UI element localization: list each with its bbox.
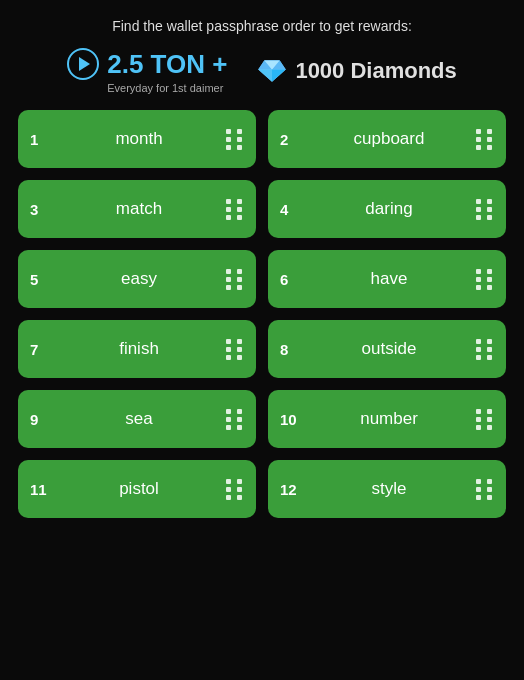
word-label-10: number	[302, 409, 476, 429]
drag-dot	[476, 347, 481, 352]
drag-dot	[487, 347, 492, 352]
drag-dot	[476, 285, 481, 290]
word-label-2: cupboard	[302, 129, 476, 149]
drag-dot	[476, 417, 481, 422]
drag-dot	[226, 425, 231, 430]
word-number-7: 7	[30, 341, 52, 358]
drag-dot	[237, 487, 242, 492]
drag-dot	[237, 215, 242, 220]
word-number-3: 3	[30, 201, 52, 218]
drag-dot	[226, 199, 231, 204]
drag-dot	[237, 137, 242, 142]
drag-dot	[226, 409, 231, 414]
drag-dot	[487, 417, 492, 422]
drag-dot	[476, 269, 481, 274]
drag-dot	[476, 339, 481, 344]
words-grid: 1month2cupboard3match4daring5easy6have7f…	[0, 98, 524, 530]
drag-handle-4[interactable]	[476, 199, 494, 220]
word-card-6[interactable]: 6have	[268, 250, 506, 308]
drag-handle-9[interactable]	[226, 409, 244, 430]
word-label-9: sea	[52, 409, 226, 429]
diamond-section: 1000 Diamonds	[257, 56, 456, 86]
play-triangle-icon	[79, 57, 90, 71]
drag-dot	[226, 215, 231, 220]
word-label-3: match	[52, 199, 226, 219]
word-label-8: outside	[302, 339, 476, 359]
ton-subtitle: Everyday for 1st daimer	[107, 82, 223, 94]
drag-dot	[226, 277, 231, 282]
drag-dot	[487, 425, 492, 430]
word-card-2[interactable]: 2cupboard	[268, 110, 506, 168]
drag-dot	[487, 339, 492, 344]
drag-dot	[226, 145, 231, 150]
drag-dot	[237, 409, 242, 414]
drag-handle-2[interactable]	[476, 129, 494, 150]
diamond-icon	[257, 56, 287, 86]
drag-dot	[226, 137, 231, 142]
word-card-9[interactable]: 9sea	[18, 390, 256, 448]
drag-dot	[226, 285, 231, 290]
word-card-8[interactable]: 8outside	[268, 320, 506, 378]
drag-handle-3[interactable]	[226, 199, 244, 220]
drag-dot	[237, 425, 242, 430]
word-card-12[interactable]: 12style	[268, 460, 506, 518]
drag-dot	[476, 425, 481, 430]
word-label-4: daring	[302, 199, 476, 219]
drag-dot	[226, 495, 231, 500]
drag-handle-6[interactable]	[476, 269, 494, 290]
drag-dot	[476, 277, 481, 282]
drag-dot	[487, 199, 492, 204]
drag-dot	[237, 339, 242, 344]
word-card-5[interactable]: 5easy	[18, 250, 256, 308]
drag-dot	[476, 145, 481, 150]
drag-dot	[237, 347, 242, 352]
drag-dot	[237, 479, 242, 484]
word-label-1: month	[52, 129, 226, 149]
rewards-row: 2.5 TON + Everyday for 1st daimer 1000 D…	[67, 48, 457, 94]
word-label-11: pistol	[52, 479, 226, 499]
drag-dot	[476, 487, 481, 492]
drag-dot	[476, 137, 481, 142]
drag-dot	[476, 355, 481, 360]
drag-dot	[237, 207, 242, 212]
word-number-9: 9	[30, 411, 52, 428]
drag-dot	[226, 479, 231, 484]
drag-dot	[487, 269, 492, 274]
drag-dot	[237, 269, 242, 274]
word-number-6: 6	[280, 271, 302, 288]
drag-dot	[476, 207, 481, 212]
drag-dot	[226, 355, 231, 360]
drag-dot	[226, 269, 231, 274]
drag-dot	[226, 339, 231, 344]
drag-dot	[476, 479, 481, 484]
word-card-10[interactable]: 10number	[268, 390, 506, 448]
drag-dot	[487, 285, 492, 290]
drag-dot	[237, 199, 242, 204]
drag-dot	[237, 355, 242, 360]
drag-handle-12[interactable]	[476, 479, 494, 500]
word-number-8: 8	[280, 341, 302, 358]
drag-handle-8[interactable]	[476, 339, 494, 360]
word-card-11[interactable]: 11pistol	[18, 460, 256, 518]
drag-dot	[476, 409, 481, 414]
drag-dot	[487, 215, 492, 220]
drag-handle-11[interactable]	[226, 479, 244, 500]
word-card-4[interactable]: 4daring	[268, 180, 506, 238]
word-label-7: finish	[52, 339, 226, 359]
drag-handle-5[interactable]	[226, 269, 244, 290]
word-label-5: easy	[52, 269, 226, 289]
drag-dot	[237, 417, 242, 422]
drag-dot	[487, 137, 492, 142]
drag-dot	[487, 207, 492, 212]
drag-dot	[487, 355, 492, 360]
instruction-text: Find the wallet passphrase order to get …	[102, 0, 422, 42]
word-card-3[interactable]: 3match	[18, 180, 256, 238]
drag-dot	[226, 417, 231, 422]
drag-handle-10[interactable]	[476, 409, 494, 430]
play-icon	[67, 48, 99, 80]
word-card-1[interactable]: 1month	[18, 110, 256, 168]
drag-handle-1[interactable]	[226, 129, 244, 150]
drag-dot	[237, 129, 242, 134]
drag-handle-7[interactable]	[226, 339, 244, 360]
word-card-7[interactable]: 7finish	[18, 320, 256, 378]
